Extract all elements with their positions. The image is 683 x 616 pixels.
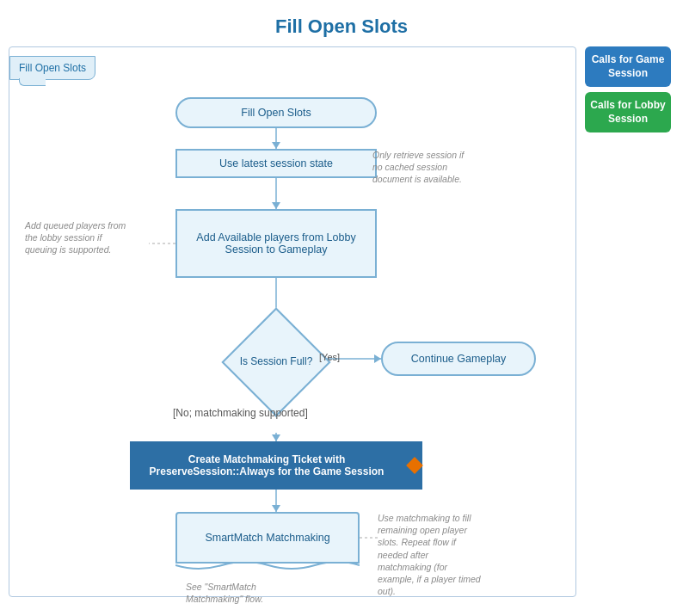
smartmatch-see-note: See "SmartMatch Matchmaking" flow. [186,581,289,605]
add-players-note: Add queued players from the lobby sessio… [25,219,128,256]
diamond-node: Is Session Full? [235,321,317,403]
calls-game-session-button[interactable]: Calls for Game Session [585,46,671,87]
smartmatch-node: SmartMatch Matchmaking [175,512,360,564]
smartmatch-note: Use matchmaking to fill remaining open p… [378,512,481,597]
orange-diamond-icon [406,457,423,474]
svg-marker-10 [272,434,280,441]
continue-gameplay-node: Continue Gameplay [381,342,536,376]
session-note: Only retrieve session if no cached sessi… [372,149,476,186]
yes-label: [Yes] [319,352,340,362]
diagram-area: Fill Open Slots [9,46,576,597]
page-title: Fill Open Slots [0,0,683,46]
svg-marker-3 [272,202,280,209]
add-players-node: Add Available players from Lobby Session… [175,209,377,278]
create-ticket-node: Create Matchmaking Ticket with PreserveS… [130,441,422,490]
diagram-label: Fill Open Slots [9,56,95,80]
sidebar: Calls for Game Session Calls for Lobby S… [576,46,671,597]
no-label: [No; matchmaking supported] [173,407,308,419]
svg-marker-12 [272,505,280,512]
svg-marker-7 [374,354,381,363]
svg-marker-1 [272,142,280,149]
session-state-node: Use latest session state [175,149,377,178]
start-node: Fill Open Slots [175,97,377,128]
calls-lobby-session-button[interactable]: Calls for Lobby Session [585,92,671,132]
